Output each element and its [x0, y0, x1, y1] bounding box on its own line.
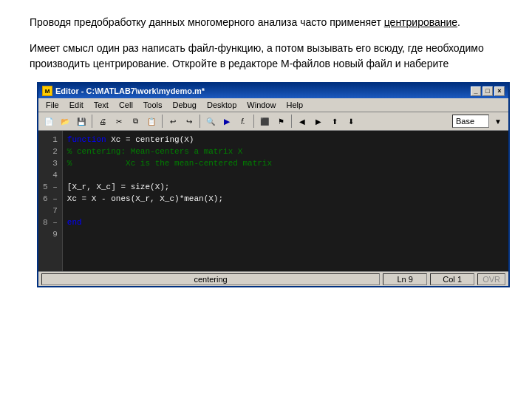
nav2-btn[interactable]: ▶ — [311, 114, 326, 129]
maximize-button[interactable]: □ — [482, 86, 493, 96]
line-num-6: 6 – — [43, 193, 58, 205]
menu-desktop[interactable]: Desktop — [202, 100, 241, 110]
title-bar: M Editor - C:\MATLAB7\work\mydemo.m* _ □… — [38, 83, 508, 98]
paragraph2: Имеет смысл один раз написать файл-функц… — [30, 41, 502, 72]
editor-icon: M — [42, 86, 52, 96]
menu-file[interactable]: File — [41, 100, 64, 110]
sep1 — [92, 115, 92, 128]
menu-text[interactable]: Text — [89, 100, 113, 110]
line-num-3: 3 — [43, 157, 58, 169]
run-btn[interactable]: ▶ — [219, 114, 234, 129]
status-bar: centering Ln 9 Col 1 OVR — [38, 271, 508, 286]
code-line-9 — [67, 228, 504, 240]
line-num-8: 8 – — [43, 216, 58, 228]
print-btn[interactable]: 🖨 — [95, 114, 110, 129]
paste-btn[interactable]: 📋 — [144, 114, 159, 129]
menu-window[interactable]: Window — [242, 100, 280, 110]
code-line-4 — [67, 169, 504, 181]
line-num-2: 2 — [43, 146, 58, 157]
toolbar: 📄 📂 💾 🖨 ✂ ⧉ 📋 ↩ ↪ 🔍 ▶ f. ⬛ ⚑ ◀ ▶ ⬆ ⬇ — [38, 112, 508, 131]
sep2 — [162, 115, 163, 128]
page-content: Проводя предобработку данных многомерног… — [0, 0, 532, 295]
code-line-3: % Xc is the mean-centered matrix — [67, 157, 504, 169]
undo-btn[interactable]: ↩ — [166, 114, 180, 129]
nav3-btn[interactable]: ⬆ — [327, 114, 342, 129]
save-btn[interactable]: 💾 — [74, 114, 89, 129]
debug1-btn[interactable]: ⬛ — [257, 114, 272, 129]
status-ln: Ln 9 — [383, 273, 427, 285]
paragraph2-text: Имеет смысл один раз написать файл-функц… — [30, 42, 484, 69]
line-num-4: 4 — [43, 169, 58, 181]
base-dropdown-btn[interactable]: ▼ — [491, 114, 505, 129]
line-num-9: 9 — [43, 228, 58, 240]
find-btn[interactable]: 🔍 — [203, 114, 218, 129]
nav1-btn[interactable]: ◀ — [295, 114, 310, 129]
redo-btn[interactable]: ↪ — [182, 114, 197, 129]
line-numbers: 1 2 3 4 5 – 6 – 7 8 – 9 — [38, 131, 63, 271]
title-bar-left: M Editor - C:\MATLAB7\work\mydemo.m* — [42, 86, 205, 96]
menu-cell[interactable]: Cell — [115, 100, 137, 110]
line-num-5: 5 – — [43, 181, 58, 193]
sep3 — [200, 115, 200, 128]
debug2-btn[interactable]: ⚑ — [273, 114, 288, 129]
base-input[interactable] — [452, 115, 489, 128]
sep5 — [291, 115, 292, 128]
paragraph1: Проводя предобработку данных многомерног… — [30, 15, 502, 30]
title-bar-buttons: _ □ × — [471, 86, 505, 96]
status-function-name: centering — [41, 273, 380, 285]
code-lines-area[interactable]: function Xc = centering(X) % centering: … — [63, 131, 508, 271]
editor-window: M Editor - C:\MATLAB7\work\mydemo.m* _ □… — [37, 82, 510, 287]
open-btn[interactable]: 📂 — [58, 114, 72, 129]
code-area: 1 2 3 4 5 – 6 – 7 8 – 9 function Xc = ce… — [38, 131, 508, 271]
paragraph1-text1: Проводя предобработку данных многомерног… — [30, 16, 384, 28]
menu-edit[interactable]: Edit — [65, 100, 88, 110]
code-line-7 — [67, 205, 504, 216]
status-ovr: OVR — [477, 273, 505, 285]
sep4 — [253, 115, 254, 128]
code-line-1: function Xc = centering(X) — [67, 134, 504, 146]
status-col: Col 1 — [430, 273, 474, 285]
menu-tools[interactable]: Tools — [139, 100, 167, 110]
close-button[interactable]: × — [494, 86, 505, 96]
paragraph1-text2: . — [457, 16, 460, 28]
menu-bar: File Edit Text Cell Tools Debug Desktop … — [38, 98, 508, 112]
menu-debug[interactable]: Debug — [168, 100, 201, 110]
nav4-btn[interactable]: ⬇ — [344, 114, 358, 129]
code-line-8: end — [67, 216, 504, 228]
minimize-button[interactable]: _ — [471, 86, 481, 96]
copy-btn[interactable]: ⧉ — [128, 114, 143, 129]
line-num-7: 7 — [43, 205, 58, 216]
code-line-2: % centering: Mean-centers a matrix X — [67, 146, 504, 157]
line-num-1: 1 — [43, 134, 58, 146]
cut-btn[interactable]: ✂ — [112, 114, 126, 129]
code-line-5: [X_r, X_c] = size(X); — [67, 181, 504, 193]
menu-help[interactable]: Help — [282, 100, 307, 110]
editor-title: Editor - C:\MATLAB7\work\mydemo.m* — [55, 86, 205, 95]
code-line-6: Xc = X - ones(X_r, X_c)*mean(X); — [67, 193, 504, 205]
paragraph1-link: центрирование — [384, 16, 457, 28]
new-file-btn[interactable]: 📄 — [41, 114, 56, 129]
func-btn[interactable]: f. — [236, 114, 250, 129]
